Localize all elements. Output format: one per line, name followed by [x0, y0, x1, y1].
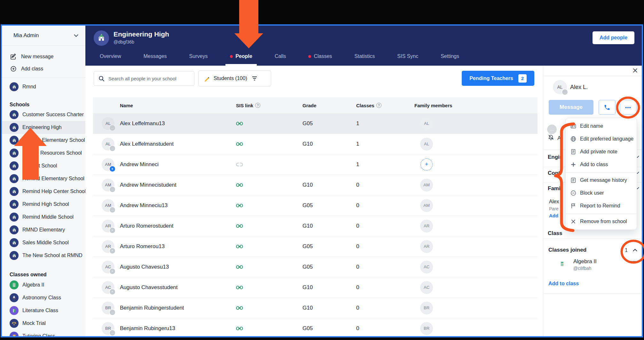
sidebar-action-add-class[interactable]: Add class — [2, 63, 85, 75]
sidebar-item-class[interactable]: Mock Trial — [2, 317, 85, 330]
add-family-member-button[interactable]: + — [420, 158, 433, 171]
sis-linked-icon — [236, 142, 302, 147]
menu-item-edit-preferred-language[interactable]: Edit preferred language — [566, 133, 637, 145]
sidebar-actions: New messageAdd class — [2, 51, 85, 75]
account-switcher[interactable]: Mia Admin — [2, 26, 85, 45]
table-row[interactable]: AC×Augusto ChavesstudentG100AC — [93, 277, 538, 298]
tab-overview[interactable]: Overview — [100, 47, 121, 66]
panel-more-fragment[interactable]: … — [547, 125, 557, 134]
app-window: Mia Admin New messageAdd class Rmnd Scho… — [1, 24, 643, 337]
avatar-status-badge: … — [109, 125, 116, 131]
chevron-up-icon[interactable] — [633, 249, 637, 252]
tab-classes[interactable]: Classes — [308, 47, 332, 66]
family-member-avatar[interactable]: AC — [420, 261, 433, 273]
menu-item-get-message-history[interactable]: Get message history — [566, 174, 637, 187]
table-row[interactable]: AC×Augusto Chavesu13G050AC — [93, 257, 538, 277]
close-icon[interactable]: × — [632, 66, 638, 75]
table-row[interactable]: AM…Andrew MinnecistudentG100AM — [93, 175, 538, 195]
help-icon[interactable]: ? — [376, 103, 381, 108]
class-more-button[interactable]: ••• — [630, 259, 636, 264]
sidebar-item-school[interactable]: The New School at RMND — [2, 249, 85, 262]
more-actions-button[interactable]: ••• — [620, 100, 637, 115]
role-filter-chip[interactable]: Students (100) — [198, 70, 271, 86]
sidebar-item-school[interactable]: Remind Elementary School — [2, 172, 85, 185]
menu-item-remove-from-school[interactable]: Remove from school — [566, 215, 637, 228]
table-row[interactable]: AR×Arturo RomerostudentG100AR — [93, 216, 538, 236]
sidebar-item-class[interactable]: Algebra II — [2, 279, 85, 291]
sidebar-action-new-message[interactable]: New message — [2, 51, 85, 63]
sidebar-item-class[interactable]: Tutoring Class — [2, 330, 85, 337]
menu-item-label: Edit name — [580, 123, 603, 129]
sidebar-item-label: Rmnd — [22, 84, 36, 90]
menu-item-edit-name[interactable]: Edit name — [566, 120, 637, 133]
family-member-avatar[interactable]: AM — [420, 179, 433, 191]
section-contact[interactable]: Cont — [548, 170, 560, 176]
family-member-avatar[interactable]: AR — [420, 240, 433, 253]
classes-count: 0 — [356, 264, 414, 270]
section-school[interactable]: Engir — [548, 154, 562, 160]
search-input[interactable] — [108, 76, 189, 82]
sidebar-item-school[interactable]: Human Resources School — [2, 147, 85, 159]
table-row[interactable]: AL…Alex Leffelmanu13G051AL — [93, 113, 538, 134]
sidebar-item-school[interactable]: Engineering High — [2, 121, 85, 134]
sidebar-item-school[interactable]: Product School — [2, 159, 85, 172]
person-avatar: AM — [102, 158, 114, 171]
tab-surveys[interactable]: Surveys — [189, 47, 208, 66]
family-member-avatar[interactable]: BR — [420, 322, 433, 335]
flag-icon — [570, 203, 577, 209]
sidebar-item-school[interactable]: Remind High School — [2, 198, 85, 211]
tab-statistics[interactable]: Statistics — [354, 47, 375, 66]
family-member-avatar[interactable]: AM — [420, 199, 433, 212]
table-row[interactable]: AM…Andrew Minneciu13G050AM — [93, 195, 538, 216]
sidebar-item-school[interactable]: Sales Middle School — [2, 236, 85, 249]
menu-item-label: Add private note — [580, 149, 617, 155]
table-row[interactable]: AR×Arturo Romerou13G050AR — [93, 236, 538, 257]
sidebar-item-school[interactable]: RMND Elementary — [2, 223, 85, 236]
pending-teachers-button[interactable]: Pending Teachers 2 — [462, 71, 534, 86]
school-header: Engineering High @dbgf36b Add people Ove… — [85, 26, 642, 66]
add-to-class-link[interactable]: Add to class — [548, 281, 579, 287]
tab-people[interactable]: People — [230, 47, 252, 66]
family-member-avatar[interactable]: AL — [420, 117, 433, 130]
sidebar-item-school[interactable]: Remind Middle School — [2, 211, 85, 223]
school-icon — [10, 174, 19, 183]
menu-item-report-to-remind[interactable]: Report to Remind — [566, 199, 637, 212]
table-row[interactable]: AMAndrew Minneci1+ — [93, 154, 538, 175]
family-member-avatar[interactable]: AL — [420, 138, 433, 150]
unread-dot — [230, 55, 233, 58]
sidebar-item-label: Human Resources School — [22, 150, 82, 156]
table-row[interactable]: BR…Benjamin Rubingeru13G050BR — [93, 318, 538, 337]
add-people-button[interactable]: Add people — [593, 31, 634, 44]
column-header-classes: Classes? — [356, 103, 414, 108]
menu-item-label: Edit preferred language — [580, 136, 633, 142]
table-row[interactable]: AL…Alex LeffelmanstudentG101AL — [93, 134, 538, 154]
tab-calls[interactable]: Calls — [275, 47, 286, 66]
help-icon[interactable]: ? — [255, 103, 260, 108]
tab-sis-sync[interactable]: SIS Sync — [397, 47, 418, 66]
sidebar-item-label: Mock Trial — [22, 320, 46, 326]
sidebar-item-school[interactable]: Customer Success Charter — [2, 108, 85, 121]
sidebar-item-rmnd[interactable]: Rmnd — [2, 80, 85, 93]
sidebar-item-school[interactable]: Finance Elementary School — [2, 134, 85, 147]
menu-divider — [566, 172, 637, 173]
menu-item-add-to-class[interactable]: Add to class — [566, 158, 637, 171]
tab-messages[interactable]: Messages — [144, 47, 167, 66]
tab-settings[interactable]: Settings — [441, 47, 459, 66]
menu-item-add-private-note[interactable]: Add private note — [566, 145, 637, 158]
sidebar-item-label: Customer Success Charter — [22, 112, 84, 117]
family-add-link-fragment[interactable]: Add — [549, 213, 558, 218]
family-member-avatar[interactable]: AR — [420, 220, 433, 232]
sidebar-item-class[interactable]: Astronomy Class — [2, 291, 85, 304]
school-icon — [10, 136, 19, 145]
person-name: Benjamin Rubingerstudent — [120, 305, 236, 311]
section-family[interactable]: Fami — [548, 185, 561, 192]
sidebar-item-school[interactable]: Remind Help Center School — [2, 185, 85, 198]
family-member-avatar[interactable]: BR — [420, 302, 433, 314]
table-row[interactable]: BR…Benjamin RubingerstudentG100BR — [93, 298, 538, 318]
add-circle-icon — [10, 66, 18, 72]
menu-item-block-user[interactable]: Block user — [566, 187, 637, 199]
sidebar-item-class[interactable]: Literature Class — [2, 304, 85, 317]
message-button[interactable]: Message — [549, 100, 593, 115]
family-member-avatar[interactable]: AC — [420, 281, 433, 294]
call-button[interactable] — [599, 100, 616, 115]
